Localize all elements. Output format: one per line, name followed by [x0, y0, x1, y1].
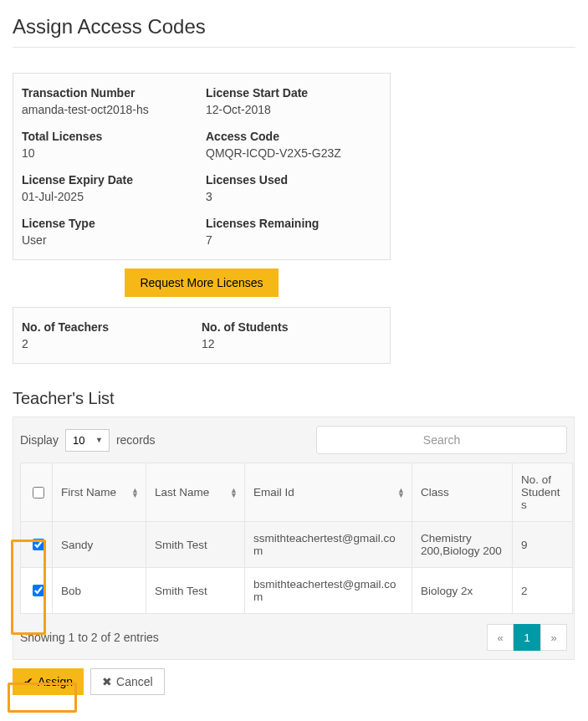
cell-last-name: Smith Test — [146, 522, 245, 568]
start-date-field: License Start Date 12-Oct-2018 — [206, 86, 381, 116]
divider — [13, 47, 575, 48]
page-title: Assign Access Codes — [13, 15, 575, 38]
display-label: Display — [20, 433, 59, 447]
cell-email: bsmithteachertest@gmail.com — [245, 568, 412, 614]
header-email[interactable]: Email Id ▲▼ — [245, 463, 412, 522]
type-label: License Type — [22, 217, 197, 230]
remain-field: Licenses Remaining 7 — [206, 217, 381, 247]
access-code-value: QMQR-ICQD-V2X5-G23Z — [206, 146, 381, 160]
header-first-name-label: First Name — [61, 486, 116, 499]
cancel-label: Cancel — [116, 675, 153, 688]
expiry-label: License Expiry Date — [22, 173, 197, 187]
select-all-checkbox[interactable] — [33, 487, 44, 499]
row-checkbox[interactable] — [33, 585, 44, 596]
check-icon: ✔ — [23, 675, 33, 688]
records-select[interactable]: 10 — [65, 429, 110, 452]
row-checkbox[interactable] — [33, 539, 44, 550]
used-value: 3 — [206, 190, 381, 203]
display-control: Display 10 records — [20, 429, 156, 452]
cell-first-name: Sandy — [53, 522, 146, 568]
remain-value: 7 — [206, 233, 381, 247]
assign-button[interactable]: ✔ Assign — [13, 668, 84, 695]
remain-label: Licenses Remaining — [206, 217, 381, 230]
page-number-button[interactable]: 1 — [514, 624, 540, 651]
start-date-label: License Start Date — [206, 86, 381, 100]
search-input[interactable] — [316, 426, 567, 454]
counts-panel: No. of Teachers 2 No. of Students 12 — [13, 307, 391, 364]
assign-label: Assign — [38, 675, 73, 688]
sort-icon: ▲▼ — [131, 488, 139, 498]
pagination: « 1 » — [487, 624, 567, 651]
type-value: User — [22, 233, 197, 247]
header-class-label: Class — [421, 486, 449, 499]
used-label: Licenses Used — [206, 173, 381, 187]
transaction-field: Transaction Number amanda-test-oct2018-h… — [22, 86, 197, 116]
teachers-count-label: No. of Teachers — [22, 320, 202, 334]
teachers-count-field: No. of Teachers 2 — [22, 320, 202, 350]
students-count-label: No. of Students — [202, 320, 381, 334]
header-num-students: No. of Students — [513, 463, 573, 522]
students-count-value: 12 — [202, 337, 381, 350]
request-more-button[interactable]: Request More Licenses — [125, 268, 278, 297]
cancel-button[interactable]: ✖ Cancel — [90, 668, 165, 695]
cell-last-name: Smith Test — [146, 568, 245, 614]
used-field: Licenses Used 3 — [206, 173, 381, 203]
cell-first-name: Bob — [53, 568, 146, 614]
cell-email: ssmithteachertest@gmail.com — [245, 522, 412, 568]
teachers-table: First Name ▲▼ Last Name ▲▼ Email Id ▲▼ C… — [20, 463, 573, 614]
showing-text: Showing 1 to 2 of 2 entries — [20, 631, 159, 644]
total-licenses-value: 10 — [22, 146, 197, 160]
header-email-label: Email Id — [253, 486, 294, 499]
type-field: License Type User — [22, 217, 197, 247]
cell-class: Chemistry 200,Biology 200 — [412, 522, 513, 568]
teachers-count-value: 2 — [22, 337, 202, 350]
header-last-name-label: Last Name — [155, 486, 209, 499]
sort-icon: ▲▼ — [230, 488, 238, 498]
license-panel: Transaction Number amanda-test-oct2018-h… — [13, 73, 391, 260]
cell-num-students: 2 — [513, 568, 573, 614]
header-last-name[interactable]: Last Name ▲▼ — [146, 463, 245, 522]
page-next-button[interactable]: » — [540, 624, 567, 651]
header-checkbox-cell — [21, 463, 53, 522]
access-code-field: Access Code QMQR-ICQD-V2X5-G23Z — [206, 130, 381, 160]
close-icon: ✖ — [102, 675, 112, 688]
transaction-label: Transaction Number — [22, 86, 197, 100]
cell-class: Biology 2x — [412, 568, 513, 614]
teachers-table-panel: Display 10 records First Name ▲▼ Last — [13, 417, 575, 660]
sort-icon: ▲▼ — [397, 488, 405, 498]
transaction-value: amanda-test-oct2018-hs — [22, 103, 197, 116]
header-first-name[interactable]: First Name ▲▼ — [53, 463, 146, 522]
cell-num-students: 9 — [513, 522, 573, 568]
total-licenses-field: Total Licenses 10 — [22, 130, 197, 160]
total-licenses-label: Total Licenses — [22, 130, 197, 143]
header-class: Class — [412, 463, 513, 522]
expiry-value: 01-Jul-2025 — [22, 190, 197, 203]
students-count-field: No. of Students 12 — [202, 320, 381, 350]
table-row: Sandy Smith Test ssmithteachertest@gmail… — [21, 522, 573, 568]
header-num-students-label: No. of Students — [521, 473, 560, 511]
page-prev-button[interactable]: « — [487, 624, 514, 651]
teachers-list-heading: Teacher's List — [13, 389, 575, 408]
expiry-field: License Expiry Date 01-Jul-2025 — [22, 173, 197, 203]
table-row: Bob Smith Test bsmithteachertest@gmail.c… — [21, 568, 573, 614]
start-date-value: 12-Oct-2018 — [206, 103, 381, 116]
records-label: records — [116, 433, 156, 447]
access-code-label: Access Code — [206, 130, 381, 143]
